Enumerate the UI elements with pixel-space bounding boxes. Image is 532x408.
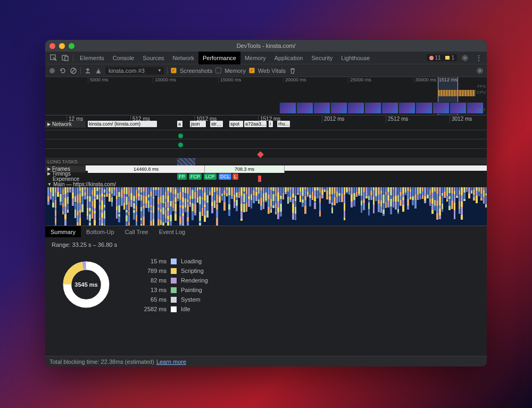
- svg-point-6: [479, 70, 481, 72]
- recording-select[interactable]: kinsta.com #3: [105, 67, 164, 74]
- separator: [73, 54, 73, 62]
- legend: 15 msLoading789 msScripting82 msRenderin…: [135, 256, 208, 314]
- screenshot-thumb[interactable]: [296, 102, 313, 114]
- warn-count: 1: [451, 55, 454, 61]
- screenshots-checkbox[interactable]: ✓: [171, 68, 177, 73]
- legend-row: 13 msPainting: [135, 285, 208, 295]
- network-request[interactable]: str…: [210, 121, 223, 127]
- overview-lane-labels: FPS CPU NET: [477, 84, 486, 113]
- tab-console[interactable]: Console: [109, 52, 138, 64]
- frames-track[interactable]: ▶Frames 14460.8 ms708.3 ms: [45, 165, 487, 171]
- minimize-window-icon[interactable]: [59, 43, 65, 49]
- network-request[interactable]: a72aa3…: [244, 121, 267, 127]
- window-title: DevTools - kinsta.com/: [45, 43, 487, 49]
- screenshot-thumb[interactable]: [433, 102, 450, 114]
- webvitals-checkbox[interactable]: ✓: [249, 68, 255, 73]
- status-bar: Total blocking time: 22.38ms (estimated)…: [45, 356, 487, 367]
- time-ruler: 12 ms 512 ms 1012 ms 1512 ms 2012 ms 251…: [45, 115, 487, 121]
- memory-label: Memory: [225, 68, 246, 74]
- vital-marker-green[interactable]: [178, 143, 183, 147]
- range-text: Range: 33.25 s – 36.80 s: [52, 242, 480, 248]
- close-window-icon[interactable]: [49, 43, 55, 49]
- network-request[interactable]: kinsta.com/ (kinsta.com): [88, 121, 157, 127]
- long-task-bar[interactable]: [177, 158, 195, 165]
- tab-network[interactable]: Network: [169, 52, 198, 64]
- error-count: 11: [435, 55, 441, 61]
- clear-icon[interactable]: [70, 67, 77, 74]
- summary-panel: Range: 33.25 s – 36.80 s 3545 ms 15 msLo…: [45, 237, 487, 356]
- tab-call-tree[interactable]: Call Tree: [120, 226, 154, 237]
- trash-icon[interactable]: [289, 67, 296, 74]
- overview-tick: 20000 ms: [283, 77, 348, 84]
- legend-row: 65 msSystem: [135, 295, 208, 304]
- upload-icon[interactable]: [84, 67, 92, 74]
- flame-chart[interactable]: [45, 187, 487, 226]
- svg-point-3: [464, 57, 466, 59]
- legend-row: 2582 msIdle: [135, 304, 208, 314]
- screenshot-thumb[interactable]: [381, 102, 398, 114]
- timings-track[interactable]: ▶Timings FPFCPLCPDCLL: [45, 171, 487, 176]
- donut-chart: 3545 ms: [61, 260, 111, 310]
- reload-icon[interactable]: [59, 67, 66, 74]
- more-icon[interactable]: ⋮: [475, 54, 483, 62]
- network-request[interactable]: spot: [229, 121, 243, 127]
- screenshot-thumb[interactable]: [330, 102, 347, 114]
- network-track-label[interactable]: ▶Network: [45, 121, 86, 128]
- separator: [167, 67, 168, 74]
- screenshot-thumb[interactable]: [313, 102, 330, 114]
- tab-lighthouse[interactable]: Lighthouse: [337, 52, 374, 64]
- tab-security[interactable]: Security: [307, 52, 337, 64]
- learn-more-link[interactable]: Learn more: [156, 359, 186, 365]
- record-icon[interactable]: [48, 67, 56, 74]
- window-titlebar: DevTools - kinsta.com/: [45, 40, 487, 52]
- device-toolbar-icon[interactable]: [61, 54, 69, 62]
- overview-timeline[interactable]: 5000 ms 10000 ms 15000 ms 20000 ms 25000…: [45, 77, 487, 115]
- inspect-icon[interactable]: [49, 54, 57, 62]
- tab-event-log[interactable]: Event Log: [154, 226, 191, 237]
- donut-total: 3545 ms: [74, 281, 97, 288]
- tab-performance[interactable]: Performance: [198, 52, 240, 64]
- memory-checkbox[interactable]: [215, 68, 221, 73]
- filmstrip: [279, 102, 481, 114]
- vital-marker-red[interactable]: [257, 151, 264, 158]
- screenshot-thumb[interactable]: [450, 102, 467, 114]
- legend-row: 15 msLoading: [135, 256, 208, 266]
- error-badge[interactable]: 11 1: [427, 54, 457, 61]
- summary-tabs: Summary Bottom-Up Call Tree Event Log: [45, 226, 487, 237]
- tab-elements[interactable]: Elements: [76, 52, 109, 64]
- long-tasks-label: LONG TASKS: [47, 159, 78, 164]
- experience-track[interactable]: Experience: [45, 176, 487, 181]
- devtools-window: DevTools - kinsta.com/ Elements Console …: [45, 40, 487, 367]
- long-tasks-track[interactable]: LONG TASKS: [45, 159, 487, 164]
- screenshot-thumb[interactable]: [415, 102, 433, 114]
- tab-memory[interactable]: Memory: [240, 52, 270, 64]
- network-request[interactable]: i: [269, 121, 273, 127]
- screenshot-thumb[interactable]: [279, 102, 296, 114]
- network-request[interactable]: json: [190, 121, 206, 127]
- network-request[interactable]: rhu…: [277, 121, 290, 127]
- maximize-window-icon[interactable]: [69, 43, 74, 49]
- overview-tick: 25000 ms: [348, 77, 413, 84]
- tab-sources[interactable]: Sources: [138, 52, 168, 64]
- cpu-activity: [438, 90, 475, 96]
- tab-application[interactable]: Application: [270, 52, 307, 64]
- download-icon[interactable]: [95, 67, 102, 74]
- tab-bottom-up[interactable]: Bottom-Up: [81, 226, 120, 237]
- screenshot-thumb[interactable]: [398, 102, 415, 114]
- main-track-label[interactable]: ▼Main — https://kinsta.com/: [45, 181, 487, 187]
- screenshot-thumb[interactable]: [364, 102, 381, 114]
- network-track[interactable]: ▶Network kinsta.com/ (kinsta.com)ajsonst…: [45, 121, 487, 126]
- screenshot-thumb[interactable]: [347, 102, 364, 114]
- vital-marker-green[interactable]: [178, 134, 183, 138]
- network-request[interactable]: a: [177, 121, 182, 127]
- panel-tabs: Elements Console Sources Network Perform…: [45, 52, 487, 64]
- settings-gear-icon[interactable]: [476, 67, 484, 74]
- gear-icon[interactable]: [461, 54, 469, 62]
- detail-pane[interactable]: 12 ms 512 ms 1012 ms 1512 ms 2012 ms 251…: [45, 115, 487, 226]
- selection-label: 1512 ms: [439, 77, 458, 82]
- legend-row: 789 msScripting: [135, 266, 208, 276]
- screenshots-label: Screenshots: [180, 68, 212, 74]
- tab-summary[interactable]: Summary: [45, 226, 81, 237]
- window-controls: [49, 43, 74, 49]
- experience-marker[interactable]: [258, 176, 261, 182]
